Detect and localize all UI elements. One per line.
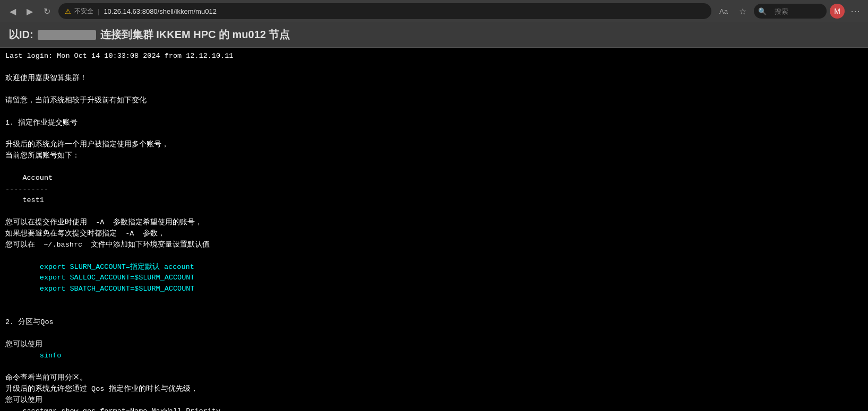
security-warning-icon: ⚠	[65, 7, 71, 15]
terminal-line: 您可以在提交作业时使用 -A 参数指定希望使用的账号，	[5, 217, 863, 229]
terminal-line: 命令查看当前可用分区。	[5, 373, 863, 384]
terminal-line: Last login: Mon Oct 14 10:33:08 2024 fro…	[5, 51, 863, 62]
title-middle: 连接到集群 IKKEM HPC 的 mu012 节点	[100, 28, 290, 42]
security-warning-text: 不安全	[74, 7, 93, 16]
profile-button[interactable]: M	[830, 4, 845, 19]
terminal-line: 1. 指定作业提交账号	[5, 118, 863, 129]
terminal-line: test1	[5, 195, 863, 206]
terminal-line: 当前您所属账号如下：	[5, 151, 863, 162]
terminal-line: 2. 分区与Qos	[5, 317, 863, 328]
terminal-line: ----------	[5, 184, 863, 195]
browser-menu-button[interactable]: ⋯	[848, 4, 863, 19]
refresh-button[interactable]: ↻	[39, 4, 54, 19]
terminal-line: 您可以在 ~/.bashrc 文件中添加如下环境变量设置默认值	[5, 240, 863, 251]
terminal-line	[5, 362, 863, 373]
read-mode-button[interactable]: Aa	[716, 3, 732, 19]
terminal-header: 以ID: 连接到集群 IKKEM HPC 的 mu012 节点	[0, 22, 868, 48]
terminal-line	[5, 295, 863, 306]
terminal-line: export SLURM_ACCOUNT=指定默认 account	[5, 262, 863, 273]
terminal-line: sinfo	[5, 351, 863, 362]
address-bar[interactable]: ⚠ 不安全 | 10.26.14.63:8080/shell/ikkem/mu0…	[58, 3, 711, 19]
terminal-line	[5, 62, 863, 73]
terminal-line: 升级后的系统允许您通过 Qos 指定作业的时长与优先级，	[5, 384, 863, 395]
terminal-title: 以ID: 连接到集群 IKKEM HPC 的 mu012 节点	[8, 28, 290, 42]
terminal-line	[5, 206, 863, 217]
terminal-line	[5, 306, 863, 317]
terminal-line	[5, 107, 863, 118]
terminal-line	[5, 84, 863, 95]
nav-buttons: ◀ ▶ ↻	[5, 4, 54, 19]
forward-button[interactable]: ▶	[22, 4, 37, 19]
terminal-line	[5, 251, 863, 262]
terminal-line	[5, 328, 863, 339]
title-prefix: 以ID:	[8, 28, 33, 42]
terminal-line: export SALLOC_ACCOUNT=$SLURM_ACCOUNT	[5, 273, 863, 284]
terminal-line: sacctmgr show qos format=Name,MaxWall,Pr…	[5, 406, 863, 412]
terminal-line: 请留意，当前系统相较于升级前有如下变化	[5, 95, 863, 107]
search-input[interactable]	[769, 4, 822, 19]
search-icon: 🔍	[758, 7, 767, 15]
redacted-id	[38, 30, 96, 40]
terminal-line: 升级后的系统允许一个用户被指定使用多个账号，	[5, 139, 863, 151]
browser-chrome: ◀ ▶ ↻ ⚠ 不安全 | 10.26.14.63:8080/shell/ikk…	[0, 0, 868, 22]
terminal-body[interactable]: Last login: Mon Oct 14 10:33:08 2024 fro…	[0, 48, 868, 411]
back-button[interactable]: ◀	[5, 4, 20, 19]
bookmark-button[interactable]: ☆	[735, 3, 751, 19]
terminal-line	[5, 128, 863, 139]
terminal-line	[5, 162, 863, 173]
terminal-line: 如果想要避免在每次提交时都指定 -A 参数，	[5, 229, 863, 240]
terminal-line: export SBATCH_ACCOUNT=$SLURM_ACCOUNT	[5, 284, 863, 295]
terminal-line: 您可以使用	[5, 395, 863, 406]
terminal-line: 您可以使用	[5, 339, 863, 351]
terminal-line: 欢迎使用嘉庚智算集群！	[5, 73, 863, 84]
url-text: 10.26.14.63:8080/shell/ikkem/mu012	[104, 7, 705, 15]
terminal-line: Account	[5, 173, 863, 184]
toolbar-right: Aa ☆ 🔍 M ⋯	[716, 3, 863, 19]
